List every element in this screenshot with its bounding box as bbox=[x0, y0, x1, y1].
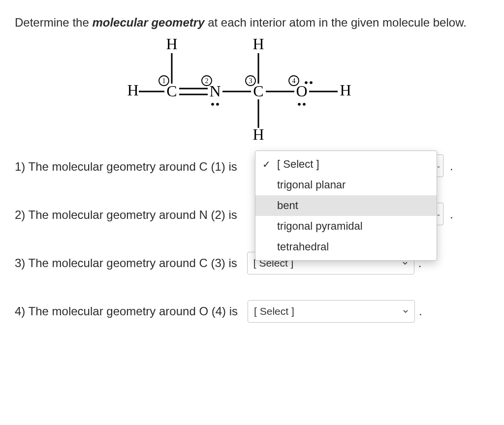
question-2-text: 2) The molecular geometry around N (2) i… bbox=[15, 208, 237, 222]
questions-block: 1) The molecular geometry around C (1) i… bbox=[15, 154, 489, 324]
select-4[interactable]: [ Select ] bbox=[248, 300, 415, 323]
svg-text:C: C bbox=[166, 82, 177, 100]
svg-point-18 bbox=[305, 81, 308, 84]
dropdown-option-select[interactable]: [ Select ] bbox=[255, 154, 437, 175]
svg-text:H: H bbox=[252, 35, 264, 53]
question-1-text: 1) The molecular geometry around C (1) i… bbox=[15, 160, 237, 174]
question-row-1: 1) The molecular geometry around C (1) i… bbox=[15, 154, 489, 179]
svg-point-21 bbox=[303, 103, 306, 106]
chevron-down-icon bbox=[402, 260, 408, 266]
row-4-period: . bbox=[419, 304, 422, 318]
molecule-structure: H H H H C N C bbox=[124, 35, 380, 146]
svg-text:H: H bbox=[340, 81, 351, 99]
question-prompt: Determine the molecular geometry at each… bbox=[15, 14, 489, 31]
svg-text:N: N bbox=[209, 82, 220, 100]
prompt-pre: Determine the bbox=[15, 16, 92, 29]
select-1-sliver[interactable]: ⌄ bbox=[437, 154, 443, 177]
chevron-down-icon bbox=[403, 308, 409, 314]
dropdown-option-tetrahedral[interactable]: tetrahedral bbox=[255, 237, 437, 257]
dropdown-option-bent[interactable]: bent bbox=[255, 195, 437, 216]
prompt-emphasis: molecular geometry bbox=[92, 16, 204, 29]
row-1-period: . bbox=[450, 159, 453, 173]
svg-text:2: 2 bbox=[205, 77, 209, 85]
svg-text:H: H bbox=[252, 125, 264, 143]
question-row-4: 4) The molecular geometry around O (4) i… bbox=[15, 299, 489, 324]
svg-point-20 bbox=[298, 103, 301, 106]
dropdown-option-trigonal-pyramidal[interactable]: trigonal pyramidal bbox=[255, 216, 437, 237]
svg-text:4: 4 bbox=[292, 77, 296, 85]
svg-text:H: H bbox=[127, 81, 138, 99]
question-3-text: 3) The molecular geometry around C (3) i… bbox=[15, 256, 237, 270]
row-2-period: . bbox=[450, 208, 453, 221]
prompt-post: at each interior atom in the given molec… bbox=[205, 16, 467, 29]
svg-point-19 bbox=[310, 81, 313, 84]
svg-text:1: 1 bbox=[162, 77, 166, 85]
question-4-text: 4) The molecular geometry around O (4) i… bbox=[15, 304, 238, 318]
svg-text:O: O bbox=[296, 82, 307, 100]
dropdown-panel[interactable]: [ Select ] trigonal planar bent trigonal… bbox=[255, 151, 437, 261]
svg-text:C: C bbox=[253, 82, 263, 100]
svg-text:H: H bbox=[166, 35, 177, 53]
svg-point-13 bbox=[216, 103, 219, 106]
dropdown-option-trigonal-planar[interactable]: trigonal planar bbox=[255, 175, 437, 195]
select-4-value: [ Select ] bbox=[254, 305, 294, 317]
svg-point-12 bbox=[211, 103, 214, 106]
svg-text:3: 3 bbox=[249, 77, 252, 85]
select-2-sliver[interactable]: ⌄ bbox=[437, 203, 443, 225]
